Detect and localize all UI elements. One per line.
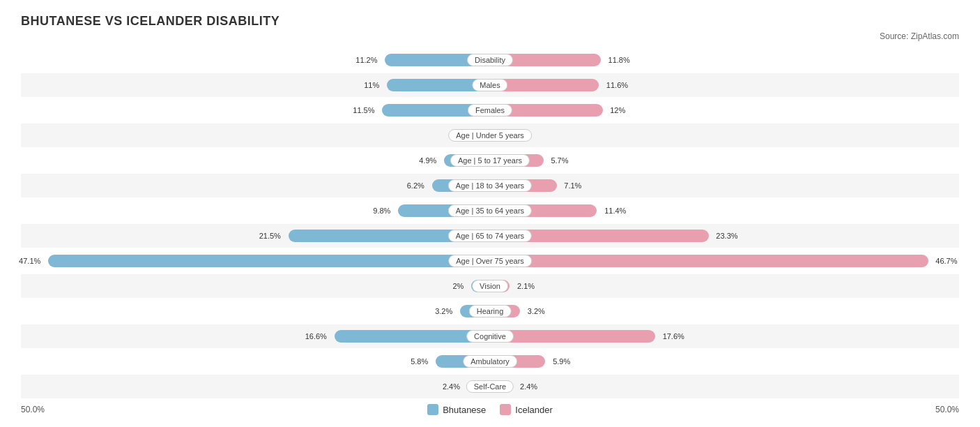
- value-pink: 5.7%: [549, 156, 568, 165]
- center-label: Females: [468, 104, 512, 117]
- chart-row: 4.9%5.7%Age | 5 to 17 years: [21, 149, 959, 172]
- center-label: Hearing: [469, 305, 512, 317]
- chart-row: 11.2%11.8%Disability: [21, 48, 959, 72]
- chart-row: 11%11.6%Males: [21, 73, 959, 97]
- center-label: Self-Care: [466, 380, 514, 393]
- chart-row: 11.5%12%Females: [21, 98, 959, 122]
- value-blue: 16.6%: [305, 332, 328, 340]
- legend-blue-box: [427, 404, 438, 415]
- value-blue: 21.5%: [259, 232, 282, 240]
- chart-row: 3.2%3.2%Hearing: [21, 299, 959, 323]
- bar-area: 1.2%1.2%Age | Under 5 years: [21, 128, 959, 143]
- footer-scale-left: 50.0%: [21, 405, 63, 414]
- chart-row: 6.2%7.1%Age | 18 to 34 years: [21, 174, 959, 197]
- bar-pink: [490, 330, 655, 343]
- bar-area: 11.2%11.8%Disability: [21, 52, 959, 68]
- center-label: Age | Under 5 years: [448, 129, 532, 142]
- bar-blue: [48, 255, 490, 267]
- value-pink: 11.4%: [603, 207, 626, 215]
- legend-pink-box: [500, 404, 511, 415]
- center-label: Males: [472, 79, 507, 91]
- chart-container: 11.2%11.8%Disability11%11.6%Males11.5%12…: [21, 48, 959, 398]
- chart-row: 47.1%46.7%Age | Over 75 years: [21, 249, 959, 273]
- chart-row: 9.8%11.4%Age | 35 to 64 years: [21, 199, 959, 223]
- value-pink: 2.1%: [516, 282, 535, 290]
- chart-row: 2.4%2.4%Self-Care: [21, 375, 959, 398]
- bar-pink: [490, 255, 928, 267]
- center-label: Disability: [467, 54, 513, 66]
- legend-icelander: Icelander: [500, 404, 552, 415]
- value-blue: 4.9%: [419, 156, 438, 165]
- bar-area: 2%2.1%Vision: [21, 278, 959, 294]
- value-blue: 6.2%: [407, 181, 426, 190]
- center-label: Age | 18 to 34 years: [448, 179, 532, 192]
- center-label: Cognitive: [466, 330, 514, 343]
- value-blue: 47.1%: [19, 257, 42, 265]
- value-pink: 3.2%: [526, 307, 545, 315]
- legend-blue-label: Bhutanese: [443, 405, 486, 415]
- value-blue: 11%: [364, 81, 381, 89]
- bar-area: 11.5%12%Females: [21, 103, 959, 118]
- value-blue: 11.2%: [355, 56, 378, 64]
- value-pink: 11.6%: [605, 81, 628, 89]
- value-blue: 2%: [452, 282, 465, 290]
- bar-area: 2.4%2.4%Self-Care: [21, 379, 959, 394]
- value-blue: 5.8%: [411, 357, 429, 366]
- center-label: Age | 5 to 17 years: [450, 154, 530, 167]
- value-pink: 5.9%: [551, 357, 570, 366]
- bar-area: 3.2%3.2%Hearing: [21, 304, 959, 319]
- legend: Bhutanese Icelander: [427, 404, 553, 415]
- chart-title: BHUTANESE VS ICELANDER DISABILITY: [21, 14, 959, 29]
- value-blue: 3.2%: [435, 307, 454, 315]
- value-blue: 9.8%: [373, 207, 392, 215]
- value-pink: 2.4%: [519, 382, 537, 391]
- bar-area: 11%11.6%Males: [21, 77, 959, 93]
- bar-area: 47.1%46.7%Age | Over 75 years: [21, 253, 959, 269]
- value-pink: 12%: [608, 106, 625, 114]
- value-pink: 23.3%: [714, 232, 737, 240]
- center-label: Age | 65 to 74 years: [448, 230, 532, 242]
- center-label: Vision: [472, 280, 508, 292]
- legend-pink-label: Icelander: [515, 405, 552, 415]
- value-blue: 11.5%: [353, 106, 376, 114]
- value-pink: 7.1%: [562, 181, 581, 190]
- value-pink: 17.6%: [661, 332, 684, 340]
- bar-area: 16.6%17.6%Cognitive: [21, 329, 959, 344]
- center-label: Ambulatory: [463, 355, 517, 368]
- chart-footer: 50.0% Bhutanese Icelander 50.0%: [21, 404, 959, 415]
- value-blue: 2.4%: [443, 382, 461, 391]
- bar-area: 21.5%23.3%Age | 65 to 74 years: [21, 228, 959, 244]
- source-label: Source: ZipAtlas.com: [21, 31, 959, 41]
- chart-row: 5.8%5.9%Ambulatory: [21, 350, 959, 373]
- footer-scale-right: 50.0%: [917, 405, 959, 414]
- center-label: Age | Over 75 years: [448, 255, 532, 267]
- bar-area: 6.2%7.1%Age | 18 to 34 years: [21, 178, 959, 193]
- value-pink: 46.7%: [934, 257, 957, 265]
- bar-area: 9.8%11.4%Age | 35 to 64 years: [21, 203, 959, 218]
- chart-row: 21.5%23.3%Age | 65 to 74 years: [21, 224, 959, 248]
- value-pink: 11.8%: [607, 56, 630, 64]
- center-label: Age | 35 to 64 years: [448, 204, 532, 217]
- bar-area: 4.9%5.7%Age | 5 to 17 years: [21, 153, 959, 168]
- bar-area: 5.8%5.9%Ambulatory: [21, 354, 959, 369]
- chart-row: 16.6%17.6%Cognitive: [21, 324, 959, 348]
- chart-row: 1.2%1.2%Age | Under 5 years: [21, 123, 959, 147]
- chart-row: 2%2.1%Vision: [21, 274, 959, 298]
- legend-bhutanese: Bhutanese: [427, 404, 486, 415]
